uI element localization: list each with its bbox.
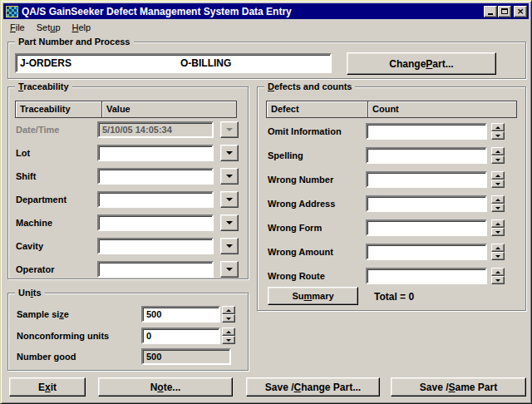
spin-up-button[interactable] — [491, 147, 505, 155]
trace-label-department: Department — [16, 195, 66, 204]
trace-label-shift: Shift — [16, 171, 36, 181]
defects-table-header: Defect Count — [266, 101, 517, 118]
exit-button[interactable]: Exit — [9, 377, 86, 397]
spin-down-button[interactable] — [491, 204, 505, 212]
trace-dropdown-lot[interactable] — [220, 145, 239, 161]
defect-count-spelling[interactable] — [366, 147, 487, 164]
trace-label-operator: Operator — [16, 264, 54, 274]
trace-dropdown-operator[interactable] — [220, 261, 239, 278]
arrow-down-icon — [495, 255, 500, 258]
chevron-down-icon — [226, 128, 233, 131]
app-icon[interactable] — [6, 6, 18, 17]
menu-setup[interactable]: Setup — [31, 20, 66, 35]
trace-label-datetime: Date/Time — [16, 125, 59, 135]
spin-up-button[interactable] — [491, 195, 505, 204]
trace-row-shift: Shift — [8, 168, 248, 185]
part-number-value: J-ORDERS — [20, 57, 180, 69]
arrow-up-icon — [226, 331, 231, 333]
spin-down-button[interactable] — [491, 131, 505, 140]
defect-count-wrong-amount[interactable] — [366, 244, 487, 260]
defects-group-label: Defects and counts — [264, 81, 355, 92]
defects-header-col2: Count — [368, 101, 516, 117]
process-value: O-BILLING — [180, 57, 231, 69]
nonconforming-units-input[interactable] — [141, 328, 220, 344]
defect-count-omit-information[interactable] — [366, 123, 487, 140]
spin-down-button[interactable] — [491, 155, 505, 164]
defect-count-wrong-route[interactable] — [366, 268, 487, 284]
menu-file[interactable]: File — [4, 20, 31, 35]
chevron-down-icon — [226, 175, 233, 178]
maximize-button[interactable] — [498, 6, 511, 17]
note-button[interactable]: Note... — [98, 377, 233, 397]
sample-size-label: Sample size — [17, 309, 69, 319]
defect-row-wrong-amount: Wrong Amount — [258, 244, 525, 260]
arrow-up-icon — [495, 150, 500, 153]
spin-up-button[interactable] — [491, 219, 505, 228]
close-button[interactable]: × — [514, 6, 527, 17]
defect-row-wrong-address: Wrong Address — [258, 195, 525, 212]
trace-value-shift[interactable] — [97, 168, 214, 185]
menu-bar: File Setup Help — [3, 19, 529, 36]
number-good-label: Number good — [17, 352, 76, 362]
arrow-up-icon — [495, 199, 500, 201]
titlebar-buttons: × — [483, 6, 527, 17]
spin-down-button[interactable] — [491, 180, 505, 188]
defect-label-wrong-address: Wrong Address — [268, 199, 335, 209]
save-change-part-button[interactable]: Save / Change Part... — [246, 377, 380, 397]
trace-dropdown-cavity[interactable] — [220, 238, 239, 254]
arrow-up-icon — [495, 175, 500, 177]
sample-size-spinner — [222, 306, 235, 323]
units-row-nonconforming: Nonconforming units — [8, 328, 248, 344]
defect-spinner-omit-information — [491, 123, 505, 140]
trace-dropdown-shift[interactable] — [220, 168, 239, 185]
defect-count-wrong-number[interactable] — [366, 171, 487, 188]
spin-up-button[interactable] — [491, 268, 505, 276]
defect-label-wrong-amount: Wrong Amount — [268, 247, 333, 257]
arrow-down-icon — [495, 135, 500, 137]
spin-up-button[interactable] — [222, 328, 235, 336]
close-icon: × — [516, 7, 524, 16]
summary-button[interactable]: Summary — [268, 287, 358, 305]
defect-count-wrong-address[interactable] — [366, 195, 487, 212]
defects-group: Defects and counts Defect Count Omit Inf… — [257, 86, 526, 311]
units-group: Units Sample size Nonconforming units Nu… — [7, 293, 249, 371]
spin-down-button[interactable] — [491, 252, 505, 260]
trace-label-machine: Machine — [16, 218, 52, 228]
arrow-down-icon — [226, 318, 231, 320]
defect-row-wrong-route: Wrong Route — [258, 268, 525, 284]
trace-label-cavity: Cavity — [16, 241, 43, 251]
number-good-value — [141, 348, 231, 365]
trace-value-department[interactable] — [97, 191, 214, 208]
trace-dropdown-machine[interactable] — [220, 214, 239, 231]
chevron-down-icon — [226, 198, 233, 201]
trace-value-operator[interactable] — [97, 261, 214, 278]
defect-spinner-wrong-form — [491, 219, 505, 236]
spin-down-button[interactable] — [222, 314, 235, 323]
spin-up-button[interactable] — [491, 244, 505, 252]
app-window: QA/S GainSeeker Defect Management System… — [0, 0, 532, 404]
save-same-part-button[interactable]: Save / Same Part — [391, 377, 526, 397]
spin-up-button[interactable] — [491, 123, 505, 131]
spin-up-button[interactable] — [222, 306, 235, 314]
spin-down-button[interactable] — [222, 336, 235, 344]
arrow-down-icon — [495, 159, 500, 161]
spin-up-button[interactable] — [491, 171, 505, 180]
arrow-up-icon — [495, 223, 500, 225]
menu-help[interactable]: Help — [66, 20, 97, 35]
trace-value-machine[interactable] — [97, 214, 214, 231]
part-number-group: Part Number and Process J-ORDERS O-BILLI… — [7, 42, 526, 79]
minimize-button[interactable] — [484, 6, 497, 17]
spin-down-button[interactable] — [491, 228, 505, 236]
defect-row-wrong-form: Wrong Form — [258, 219, 525, 236]
defect-label-omit-information: Omit Information — [268, 126, 342, 136]
trace-dropdown-department[interactable] — [220, 191, 239, 208]
spin-down-button[interactable] — [491, 276, 505, 284]
defect-count-wrong-form[interactable] — [366, 219, 487, 236]
trace-value-lot[interactable] — [97, 145, 214, 161]
defect-row-spelling: Spelling — [258, 147, 525, 164]
traceability-group-label: Traceability — [15, 81, 72, 92]
sample-size-input[interactable] — [141, 306, 220, 323]
trace-value-cavity[interactable] — [97, 238, 214, 254]
arrow-down-icon — [226, 339, 231, 342]
change-part-button[interactable]: Change Part... — [347, 52, 496, 75]
